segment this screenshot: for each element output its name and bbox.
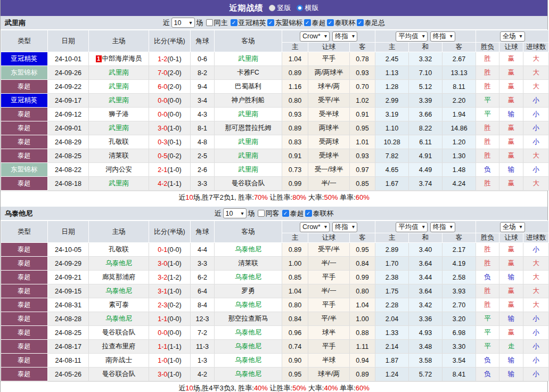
league-cell[interactable]: 亚冠精英 xyxy=(1,52,48,66)
away-team-link[interactable]: 乌泰他尼 xyxy=(235,246,261,253)
score-cell[interactable]: 4-2(1-1) xyxy=(149,177,191,191)
away-team-link[interactable]: 曼谷联合队 xyxy=(232,179,265,187)
home-team-link[interactable]: 乌泰他尼 xyxy=(105,315,132,322)
league-cell[interactable]: 亚冠精英 xyxy=(1,94,48,108)
league-cell[interactable]: 东盟锦标 xyxy=(1,66,48,80)
league-cell[interactable]: 泰超 xyxy=(1,108,48,121)
away-team-link[interactable]: 乌泰他尼 xyxy=(235,370,261,378)
home-team-link[interactable]: 清莱联 xyxy=(109,152,129,159)
league-cell[interactable]: 泰超 xyxy=(1,80,48,94)
home-team-link[interactable]: 武里南 xyxy=(109,83,129,90)
league-filter-checkbox[interactable]: ✓泰超 xyxy=(282,209,304,218)
score-cell[interactable]: 3-0(1-0) xyxy=(149,368,191,381)
league-cell[interactable]: 泰超 xyxy=(1,326,48,340)
score-cell[interactable]: 1-0(1-0) xyxy=(149,354,191,368)
scope-select[interactable]: 全场▾ xyxy=(500,222,525,232)
league-filter-checkbox[interactable]: ✓东盟锦标 xyxy=(267,18,303,28)
score-cell[interactable]: 0-0(0-0) xyxy=(149,108,191,121)
match-count-select[interactable]: 10 ▾ xyxy=(171,18,195,28)
league-filter-checkbox[interactable]: ✓泰足总 xyxy=(357,18,386,28)
away-team-link[interactable]: 武里南 xyxy=(238,138,258,145)
final-odds-select-2[interactable]: 终指▾ xyxy=(430,222,455,232)
score-cell[interactable]: 0-3(0-1) xyxy=(149,135,191,149)
league-cell[interactable]: 泰超 xyxy=(1,257,48,271)
score-cell[interactable]: 2-1(1-0) xyxy=(149,163,191,177)
away-team-link[interactable]: 那空拉查斯马 xyxy=(228,315,268,322)
final-odds-select-2[interactable]: 终指▾ xyxy=(430,31,455,42)
league-cell[interactable]: 东盟锦标 xyxy=(1,163,48,177)
away-team-link[interactable]: 乌泰他尼 xyxy=(235,342,261,350)
home-team-link[interactable]: 拉查布里府 xyxy=(102,342,136,350)
league-cell[interactable]: 泰超 xyxy=(1,177,48,191)
league-cell[interactable]: 泰超 xyxy=(1,340,48,354)
score-cell[interactable]: 6-0(2-0) xyxy=(149,80,191,94)
layout-radio-vertical[interactable]: 竖版 xyxy=(269,3,291,13)
away-team-link[interactable]: 卡雅FC xyxy=(237,69,259,76)
home-team-link[interactable]: 武里南 xyxy=(109,124,129,132)
league-cell[interactable]: 泰超 xyxy=(1,284,48,298)
home-team-link[interactable]: 武里南 xyxy=(109,179,129,187)
away-team-link[interactable]: 清莱联 xyxy=(238,259,258,267)
away-team-link[interactable]: 武里南 xyxy=(238,55,258,62)
score-cell[interactable]: 3-0(1-0) xyxy=(149,121,191,135)
away-team-link[interactable]: 乌泰他尼 xyxy=(235,356,261,364)
away-team-link[interactable]: 乌泰他尼 xyxy=(235,301,261,308)
score-cell[interactable]: 1-2(0-1) xyxy=(149,52,191,66)
home-team-link[interactable]: 曼谷联合队 xyxy=(102,370,136,378)
away-team-link[interactable]: 罗勇 xyxy=(242,287,255,295)
bookmaker-select[interactable]: Crow*▾ xyxy=(300,222,330,232)
home-team-link[interactable]: 素可泰 xyxy=(109,301,129,308)
away-team-link[interactable]: 武里南 xyxy=(238,166,258,173)
score-cell[interactable]: 7-0(2-0) xyxy=(149,66,191,80)
average-select[interactable]: 平均值▾ xyxy=(396,222,428,232)
home-team-link[interactable]: 中部海岸海员 xyxy=(102,55,142,62)
away-team-link[interactable]: 乌泰他尼 xyxy=(235,329,261,336)
score-cell[interactable]: 3-0(1-0) xyxy=(149,257,191,271)
match-count-select[interactable]: 10 ▾ xyxy=(223,208,247,218)
league-filter-checkbox[interactable]: ✓泰超 xyxy=(304,18,326,28)
home-team-link[interactable]: 孔敬联 xyxy=(109,246,129,253)
scope-select[interactable]: 全场▾ xyxy=(500,31,525,42)
home-team-link[interactable]: 乌泰他尼 xyxy=(105,287,132,295)
league-cell[interactable]: 泰超 xyxy=(1,243,48,257)
home-team-link[interactable]: 孔敬联 xyxy=(109,138,129,145)
league-filter-checkbox[interactable]: ✓泰联杯 xyxy=(327,18,356,28)
home-team-link[interactable]: 曼谷联合队 xyxy=(102,329,136,336)
home-team-link[interactable]: 狮子港 xyxy=(109,110,129,118)
bookmaker-select[interactable]: Crow*▾ xyxy=(300,31,330,42)
home-team-link[interactable]: 武里南 xyxy=(109,96,129,104)
away-team-link[interactable]: 神户胜利船 xyxy=(232,96,265,104)
average-select[interactable]: 平均值▾ xyxy=(396,31,428,42)
home-team-link[interactable]: 乌泰他尼 xyxy=(105,259,132,267)
layout-radio-horizontal[interactable]: 横版 xyxy=(297,3,319,13)
league-cell[interactable]: 泰超 xyxy=(1,354,48,368)
league-cell[interactable]: 泰超 xyxy=(1,368,48,381)
league-cell[interactable]: 泰超 xyxy=(1,312,48,326)
league-cell[interactable]: 泰超 xyxy=(1,121,48,135)
score-cell[interactable]: 0-0(0-0) xyxy=(149,94,191,108)
final-odds-select[interactable]: 终指▾ xyxy=(332,222,357,232)
league-filter-checkbox[interactable]: ✓泰联杯 xyxy=(305,209,334,218)
score-cell[interactable]: 0-0(0-0) xyxy=(149,326,191,340)
league-cell[interactable]: 泰超 xyxy=(1,149,48,163)
league-cell[interactable]: 泰超 xyxy=(1,298,48,312)
league-filter-checkbox[interactable]: ✓亚冠精英 xyxy=(231,18,266,28)
final-odds-select[interactable]: 终指▾ xyxy=(332,31,357,42)
same-venue-checkbox[interactable]: 同主 xyxy=(206,18,228,28)
away-team-link[interactable]: 武里南 xyxy=(238,152,258,159)
away-team-link[interactable]: 乌泰他尼 xyxy=(235,273,261,281)
score-cell[interactable]: 3-1(1-0) xyxy=(149,284,191,298)
home-team-link[interactable]: 廊莫那浦府 xyxy=(102,273,136,281)
league-cell[interactable]: 泰超 xyxy=(1,135,48,149)
home-team-link[interactable]: 南奔战士 xyxy=(105,356,132,364)
score-cell[interactable]: 0-5(0-2) xyxy=(149,149,191,163)
home-team-link[interactable]: 武里南 xyxy=(109,69,129,76)
away-team-link[interactable]: 巴蜀基利 xyxy=(235,83,261,90)
away-team-link[interactable]: 武里南 xyxy=(238,110,258,118)
score-cell[interactable]: 1-1(0-0) xyxy=(149,312,191,326)
score-cell[interactable]: 1-1(1-1) xyxy=(149,340,191,354)
away-team-link[interactable]: 那可恩普拉托姆 xyxy=(225,124,272,132)
league-cell[interactable]: 泰超 xyxy=(1,271,48,284)
score-cell[interactable]: 2-3(0-2) xyxy=(149,298,191,312)
home-team-link[interactable]: 河内公安 xyxy=(105,166,132,173)
